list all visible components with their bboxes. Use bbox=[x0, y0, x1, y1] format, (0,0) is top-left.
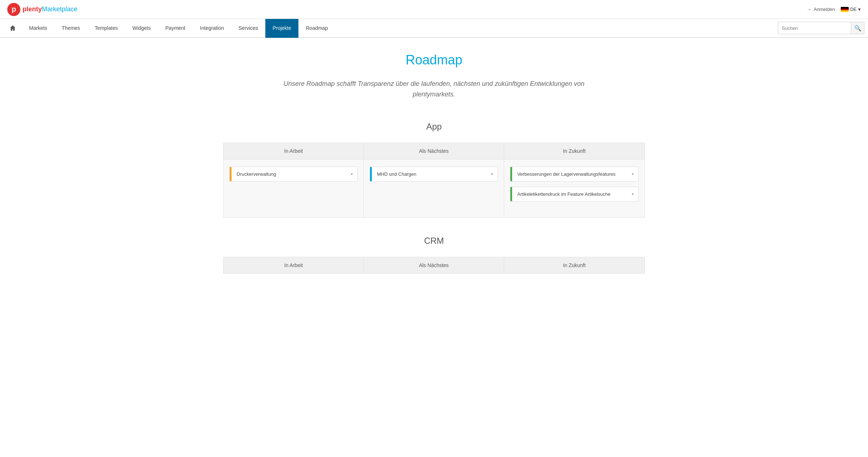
flag-icon bbox=[841, 7, 849, 12]
item-label: MHD und Chargen bbox=[372, 167, 487, 181]
svg-text:p: p bbox=[12, 5, 16, 13]
home-icon bbox=[9, 25, 16, 31]
logo[interactable]: p plentyMarketplace bbox=[7, 3, 77, 16]
col-body-als-naechstes: MHD und Chargen ▾ bbox=[364, 159, 504, 217]
logo-text: plentyMarketplace bbox=[23, 5, 77, 13]
col-header-crm-als-naechstes: Als Nächstes bbox=[364, 257, 504, 273]
nav-item-widgets[interactable]: Widgets bbox=[125, 19, 158, 38]
top-right-actions: → Anmelden DE ▾ bbox=[807, 7, 861, 12]
nav-item-payment[interactable]: Payment bbox=[158, 19, 193, 38]
chevron-down-icon: ▾ bbox=[487, 167, 498, 181]
section-title-crm: CRM bbox=[223, 236, 645, 246]
search-icon: 🔍 bbox=[854, 25, 861, 32]
nav-item-markets[interactable]: Markets bbox=[22, 19, 55, 38]
roadmap-item-mhd-chargen[interactable]: MHD und Chargen ▾ bbox=[370, 167, 498, 182]
columns-header-crm: In Arbeit Als Nächstes In Zukunft bbox=[223, 257, 645, 274]
nav-item-roadmap[interactable]: Roadmap bbox=[298, 19, 335, 38]
language-button[interactable]: DE ▾ bbox=[841, 7, 861, 12]
search-input-wrap: 🔍 bbox=[778, 22, 864, 34]
col-header-als-naechstes: Als Nächstes bbox=[364, 143, 504, 159]
col-header-crm-in-arbeit: In Arbeit bbox=[224, 257, 364, 273]
nav-search: 🔍 bbox=[778, 19, 864, 37]
col-header-in-arbeit: In Arbeit bbox=[224, 143, 364, 159]
logo-icon: p bbox=[7, 3, 20, 16]
chevron-down-icon: ▾ bbox=[346, 167, 357, 181]
item-label: Artikeletikettendruck im Feature Artikel… bbox=[512, 187, 627, 201]
columns-body-app: Druckerverwaltung ▾ MHD und Chargen ▾ Ve… bbox=[223, 159, 645, 218]
anmelden-button[interactable]: → Anmelden bbox=[807, 7, 835, 12]
page-subtitle: Unsere Roadmap schafft Transparenz über … bbox=[270, 79, 598, 100]
nav-bar: Markets Themes Templates Widgets Payment… bbox=[0, 19, 868, 38]
chevron-down-icon: ▾ bbox=[858, 7, 861, 12]
chevron-down-icon: ▾ bbox=[627, 167, 638, 181]
roadmap-section-app: App In Arbeit Als Nächstes In Zukunft Dr… bbox=[223, 122, 645, 218]
chevron-down-icon: ▾ bbox=[627, 187, 638, 201]
col-body-in-arbeit: Druckerverwaltung ▾ bbox=[224, 159, 364, 217]
lang-label: DE bbox=[850, 7, 857, 12]
col-header-in-zukunft: In Zukunft bbox=[504, 143, 644, 159]
nav-item-themes[interactable]: Themes bbox=[55, 19, 88, 38]
col-header-crm-in-zukunft: In Zukunft bbox=[504, 257, 644, 273]
col-body-in-zukunft: Verbesserungen der Lagerverwaltungsfeatu… bbox=[504, 159, 644, 217]
roadmap-section-crm: CRM In Arbeit Als Nächstes In Zukunft bbox=[223, 236, 645, 274]
columns-header-app: In Arbeit Als Nächstes In Zukunft bbox=[223, 143, 645, 159]
search-input[interactable] bbox=[778, 25, 851, 31]
search-button[interactable]: 🔍 bbox=[851, 22, 864, 34]
item-label: Verbesserungen der Lagerverwaltungsfeatu… bbox=[512, 167, 627, 181]
nav-item-home[interactable] bbox=[4, 19, 22, 38]
anmelden-label: Anmelden bbox=[813, 7, 835, 12]
top-bar: p plentyMarketplace → Anmelden DE ▾ bbox=[0, 0, 868, 19]
roadmap-item-lagerverwaltung[interactable]: Verbesserungen der Lagerverwaltungsfeatu… bbox=[510, 167, 639, 182]
nav-item-templates[interactable]: Templates bbox=[87, 19, 125, 38]
login-icon: → bbox=[807, 7, 811, 12]
nav-item-projekte[interactable]: Projekte bbox=[265, 19, 298, 38]
item-label: Druckerverwaltung bbox=[232, 167, 346, 181]
roadmap-item-artikeletiketten[interactable]: Artikeletikettendruck im Feature Artikel… bbox=[510, 187, 639, 202]
nav-item-integration[interactable]: Integration bbox=[193, 19, 231, 38]
roadmap-item-druckerverwaltung[interactable]: Druckerverwaltung ▾ bbox=[229, 167, 358, 182]
page-title: Roadmap bbox=[223, 52, 645, 68]
section-title-app: App bbox=[223, 122, 645, 132]
main-content: Roadmap Unsere Roadmap schafft Transpare… bbox=[216, 38, 652, 306]
nav-item-services[interactable]: Services bbox=[231, 19, 265, 38]
